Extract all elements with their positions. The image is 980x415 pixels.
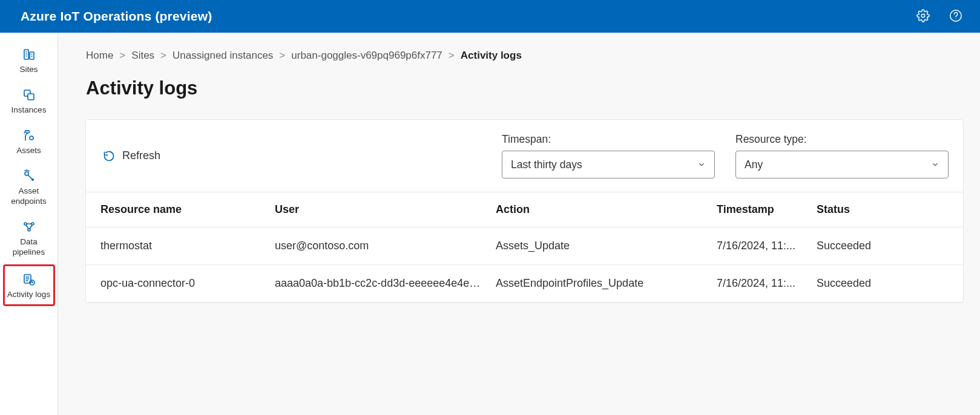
breadcrumb-separator: > [160,50,166,62]
activity-logs-icon [22,272,36,287]
nav-label: Activity logs [7,289,50,299]
breadcrumb: Home > Sites > Unassigned instances > ur… [86,50,963,62]
app-title: Azure IoT Operations (preview) [21,9,212,24]
breadcrumb-separator: > [279,50,285,62]
refresh-icon [103,150,115,162]
nav-sites[interactable]: Sites [5,41,53,79]
nav-label: Instances [12,105,47,115]
assets-icon [22,128,36,143]
cell-action: Assets_Update [488,227,709,265]
resource-type-value: Any [745,158,763,171]
activity-panel: Refresh Timespan: Last thirty days Re [86,120,963,302]
panel-toolbar: Refresh Timespan: Last thirty days Re [86,120,963,192]
resource-type-label: Resource type: [735,133,949,146]
filters: Timespan: Last thirty days Resource type… [502,133,949,178]
cell-user: user@contoso.com [268,227,488,265]
nav-label: Sites [19,64,38,74]
breadcrumb-instance[interactable]: urban-goggles-v69pq969p6fx777 [291,50,442,62]
svg-point-0 [921,14,925,18]
nav-asset-endpoints[interactable]: Asset endpoints [5,163,53,211]
nav-instances[interactable]: Instances [5,82,53,120]
svg-rect-4 [30,52,34,59]
svg-rect-3 [24,50,28,59]
svg-rect-11 [28,94,34,100]
instances-icon [22,88,36,102]
side-nav: Sites Instances Assets [0,33,58,415]
breadcrumb-sites[interactable]: Sites [131,50,154,62]
breadcrumb-home[interactable]: Home [86,50,113,62]
refresh-button[interactable]: Refresh [100,146,163,166]
table-row[interactable]: thermostat user@contoso.com Assets_Updat… [86,227,963,265]
cell-user: aaaa0a0a-bb1b-cc2c-dd3d-eeeeee4e4e4e [268,265,488,302]
nav-label: Assets [16,145,41,155]
cell-timestamp: 7/16/2024, 11:... [709,265,809,302]
svg-point-12 [30,136,33,140]
gear-icon [916,9,930,24]
nav-label: Asset endpoints [7,186,51,206]
filter-resource-type: Resource type: Any [735,133,949,178]
col-action[interactable]: Action [488,192,709,227]
breadcrumb-separator: > [119,50,125,62]
filter-timespan: Timespan: Last thirty days [502,133,715,178]
col-resource-name[interactable]: Resource name [86,192,268,227]
cell-status: Succeeded [809,265,963,302]
top-bar: Azure IoT Operations (preview) [0,0,980,33]
timespan-select[interactable]: Last thirty days [502,151,715,178]
cell-resource-name: opc-ua-connector-0 [86,265,268,302]
help-icon [949,9,962,24]
chevron-down-icon [697,160,706,169]
col-timestamp[interactable]: Timestamp [709,192,809,227]
resource-type-select[interactable]: Any [735,151,949,178]
breadcrumb-unassigned[interactable]: Unassigned instances [173,50,273,62]
cell-status: Succeeded [809,227,963,265]
cell-timestamp: 7/16/2024, 11:... [709,227,809,265]
layout: Sites Instances Assets [0,33,980,415]
endpoints-icon [22,169,36,183]
page-title: Activity logs [86,77,963,99]
nav-label: Data pipelines [7,237,51,257]
col-status[interactable]: Status [809,192,963,227]
timespan-value: Last thirty days [511,158,582,171]
buildings-icon [22,47,36,62]
main-content: Home > Sites > Unassigned instances > ur… [58,33,980,415]
breadcrumb-current: Activity logs [461,50,522,62]
col-user[interactable]: User [268,192,488,227]
help-button[interactable] [947,8,964,25]
breadcrumb-separator: > [449,50,455,62]
refresh-label: Refresh [122,149,160,162]
nav-assets[interactable]: Assets [5,122,53,160]
table-row[interactable]: opc-ua-connector-0 aaaa0a0a-bb1b-cc2c-dd… [86,265,963,302]
chevron-down-icon [931,160,939,169]
svg-point-2 [955,18,956,19]
cell-resource-name: thermostat [86,227,268,265]
header-actions [915,8,964,25]
timespan-label: Timespan: [502,133,715,146]
activity-table: Resource name User Action Timestamp Stat… [86,192,963,302]
nav-activity-logs[interactable]: Activity logs [3,264,55,306]
cell-action: AssetEndpointProfiles_Update [488,265,709,302]
pipelines-icon [22,220,36,234]
svg-point-14 [31,179,33,180]
settings-button[interactable] [915,8,932,25]
table-header-row: Resource name User Action Timestamp Stat… [86,192,963,227]
nav-data-pipelines[interactable]: Data pipelines [5,214,53,262]
